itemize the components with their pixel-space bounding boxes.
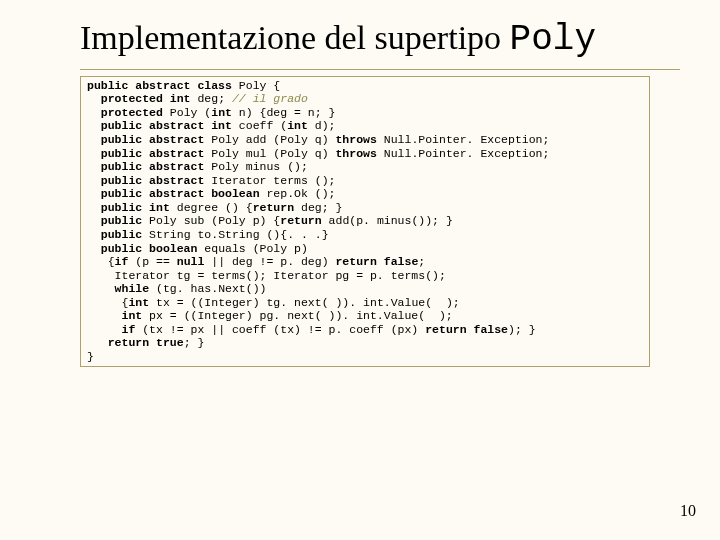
title-rule bbox=[80, 69, 680, 70]
code-box: public abstract class Poly { protected i… bbox=[80, 76, 650, 367]
slide-title: Implementazione del supertipo Poly bbox=[80, 20, 680, 59]
title-text: Implementazione del supertipo bbox=[80, 19, 510, 56]
title-code: Poly bbox=[510, 19, 596, 60]
page-number: 10 bbox=[680, 502, 696, 520]
code-block: public abstract class Poly { protected i… bbox=[87, 79, 643, 364]
